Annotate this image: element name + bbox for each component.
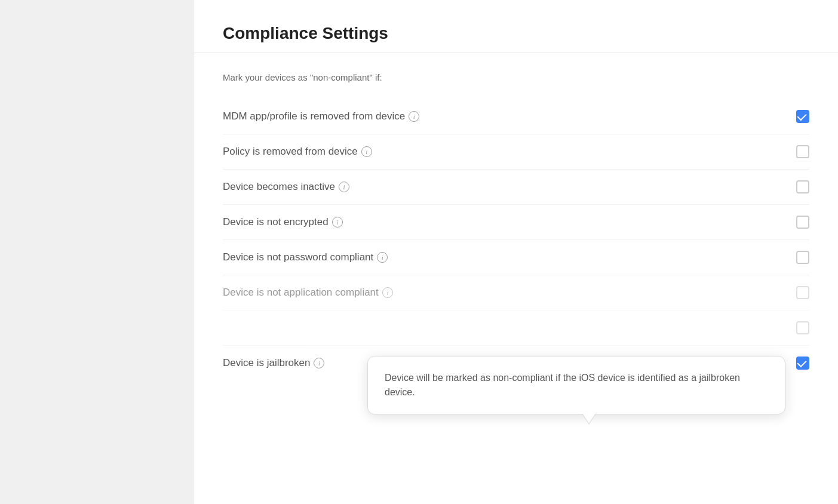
checkbox-wrapper-mdm-removed: [796, 110, 809, 123]
main-content: Compliance Settings Mark your devices as…: [194, 0, 838, 504]
item-label-device-inactive: Device becomes inactive i: [223, 181, 349, 193]
item-label-jailbroken: Device is jailbroken i: [223, 357, 324, 369]
compliance-item-jailbroken: Device is jailbroken i: [223, 346, 809, 380]
item-text-device-inactive: Device becomes inactive: [223, 181, 335, 193]
compliance-item-not-application: Device is not application compliant i: [223, 275, 809, 311]
info-icon-policy-removed[interactable]: i: [361, 146, 372, 157]
item-label-not-password: Device is not password compliant i: [223, 251, 388, 263]
checkbox-wrapper-policy-removed: [796, 145, 809, 158]
checkbox-wrapper-not-encrypted: [796, 216, 809, 229]
page-header: Compliance Settings: [194, 0, 838, 53]
checkbox-blank[interactable]: [796, 321, 809, 334]
item-text-mdm-removed: MDM app/profile is removed from device: [223, 110, 405, 122]
checkbox-mdm-removed[interactable]: [796, 110, 809, 123]
checkbox-wrapper-not-password: [796, 251, 809, 264]
info-icon-not-application[interactable]: i: [382, 287, 393, 298]
checkbox-wrapper-not-application: [796, 286, 809, 299]
item-label-not-encrypted: Device is not encrypted i: [223, 216, 343, 228]
compliance-item-device-inactive: Device becomes inactive i: [223, 170, 809, 205]
compliance-item-blank: [223, 311, 809, 346]
info-icon-not-password[interactable]: i: [377, 252, 388, 263]
section-description: Mark your devices as "non-compliant" if:: [223, 72, 809, 82]
info-icon-mdm-removed[interactable]: i: [409, 111, 419, 122]
sidebar: [0, 0, 194, 504]
checkbox-wrapper-blank: [796, 321, 809, 334]
settings-section: Mark your devices as "non-compliant" if:…: [194, 53, 838, 399]
item-label-policy-removed: Policy is removed from device i: [223, 146, 372, 158]
page-title: Compliance Settings: [223, 24, 809, 43]
item-text-not-encrypted: Device is not encrypted: [223, 216, 329, 228]
item-text-not-application: Device is not application compliant: [223, 287, 379, 299]
item-text-policy-removed: Policy is removed from device: [223, 146, 358, 158]
item-label-blank: [223, 322, 226, 334]
item-text-jailbroken: Device is jailbroken: [223, 357, 310, 369]
checkbox-wrapper-jailbroken: [796, 357, 809, 370]
checkbox-not-password[interactable]: [796, 251, 809, 264]
item-label-mdm-removed: MDM app/profile is removed from device i: [223, 110, 419, 122]
compliance-item-not-password: Device is not password compliant i: [223, 240, 809, 275]
checkbox-device-inactive[interactable]: [796, 180, 809, 193]
compliance-item-not-encrypted: Device is not encrypted i: [223, 205, 809, 240]
checkbox-not-encrypted[interactable]: [796, 216, 809, 229]
checkbox-jailbroken[interactable]: [796, 357, 809, 370]
checkbox-not-application[interactable]: [796, 286, 809, 299]
item-text-not-password: Device is not password compliant: [223, 251, 373, 263]
checkbox-policy-removed[interactable]: [796, 145, 809, 158]
item-label-not-application: Device is not application compliant i: [223, 287, 393, 299]
compliance-item-policy-removed: Policy is removed from device i: [223, 134, 809, 170]
info-icon-device-inactive[interactable]: i: [339, 182, 349, 192]
info-icon-not-encrypted[interactable]: i: [332, 217, 343, 228]
compliance-items-container: MDM app/profile is removed from device i…: [223, 99, 809, 380]
checkbox-wrapper-device-inactive: [796, 180, 809, 193]
item-text-blank: [223, 322, 226, 334]
compliance-item-mdm-removed: MDM app/profile is removed from device i: [223, 99, 809, 134]
info-icon-jailbroken[interactable]: i: [314, 358, 324, 368]
